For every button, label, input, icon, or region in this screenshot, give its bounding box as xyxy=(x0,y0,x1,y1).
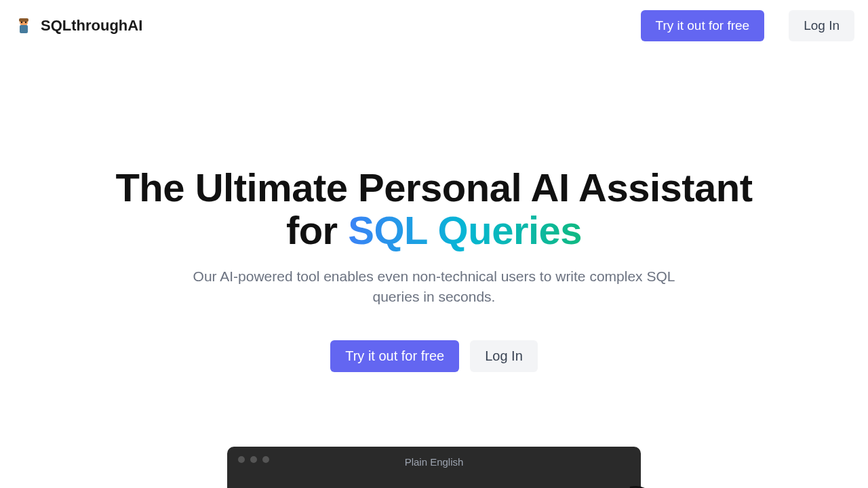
svg-rect-1 xyxy=(19,18,28,22)
svg-rect-2 xyxy=(20,25,28,33)
hero-title-gradient: SQL Queries xyxy=(348,208,582,252)
demo-container: Plain English Give me the customers from… xyxy=(0,447,868,488)
window-dot-icon xyxy=(262,456,269,463)
hero-login-button[interactable]: Log In xyxy=(470,340,538,372)
hero-section: The Ultimate Personal AI Assistant for S… xyxy=(0,52,868,372)
arrow-icon xyxy=(627,481,668,488)
demo-panel-title: Plain English xyxy=(241,456,627,468)
demo-panel-text: Give me the customers from berlin who ma… xyxy=(241,485,627,488)
svg-point-4 xyxy=(25,22,26,23)
hero-actions: Try it out for free Log In xyxy=(27,340,841,372)
header-login-button[interactable]: Log In xyxy=(789,10,854,41)
header-actions: Try it out for free Log In xyxy=(641,10,855,41)
window-dot-icon xyxy=(238,456,245,463)
brand[interactable]: SQLthroughAI xyxy=(14,16,142,36)
hero-subtitle: Our AI-powered tool enables even non-tec… xyxy=(173,266,695,306)
header: SQLthroughAI Try it out for free Log In xyxy=(0,0,868,52)
hero-title-line1: The Ultimate Personal AI Assistant xyxy=(115,165,752,209)
logo-icon xyxy=(14,16,34,36)
window-controls xyxy=(238,456,269,463)
hero-title: The Ultimate Personal AI Assistant for S… xyxy=(27,167,841,251)
demo-panel: Plain English Give me the customers from… xyxy=(227,447,641,488)
brand-name: SQLthroughAI xyxy=(41,17,142,35)
hero-title-prefix: for xyxy=(286,208,348,252)
header-try-button[interactable]: Try it out for free xyxy=(641,10,765,41)
svg-point-3 xyxy=(21,22,22,23)
hero-try-button[interactable]: Try it out for free xyxy=(330,340,459,372)
window-dot-icon xyxy=(250,456,257,463)
